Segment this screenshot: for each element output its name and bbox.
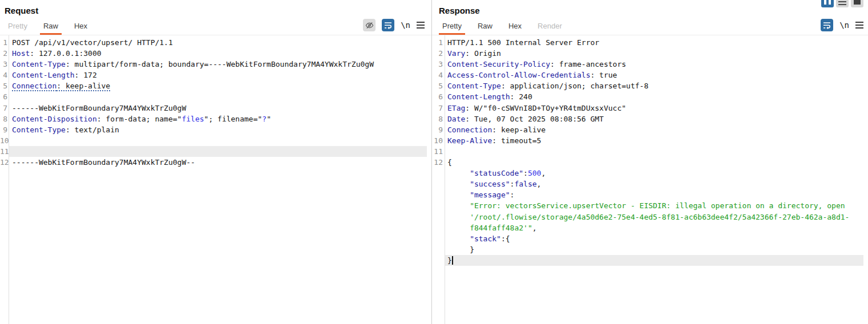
editor-line[interactable]: Content-Length: 172 (9, 70, 427, 80)
editor-line[interactable]: f844faff48a2'", (445, 222, 863, 233)
request-header: Request PrettyRawHex (0, 0, 431, 35)
response-panel: Response PrettyRawHexRender (432, 0, 868, 324)
tab-raw[interactable]: Raw (40, 21, 62, 35)
show-nonprintable-toggle[interactable]: \n (401, 21, 410, 30)
editor-line[interactable] (445, 146, 863, 157)
editor-line[interactable] (9, 91, 427, 102)
editor-line[interactable] (9, 135, 427, 146)
eye-slash-icon (365, 21, 374, 30)
hide-nonprintable-button[interactable] (363, 19, 376, 31)
line-number: 9 (0, 124, 7, 135)
editor-line[interactable]: HTTP/1.1 500 Internal Server Error (445, 37, 863, 48)
tab-pretty[interactable]: Pretty (5, 21, 31, 35)
panel-icon[interactable] (851, 0, 863, 7)
editor-line[interactable]: '/root/.flowise/storage/4a50d6e2-75e4-4e… (445, 212, 863, 222)
soft-wrap-toggle-button[interactable] (382, 19, 394, 31)
editor-line[interactable]: "success":false, (445, 179, 863, 189)
soft-wrap-toggle-button[interactable] (821, 19, 833, 31)
soft-wrap-icon (384, 21, 392, 29)
request-editor[interactable]: 123456789101112 POST /api/v1/vector/upse… (0, 35, 431, 324)
editor-line[interactable]: } (445, 244, 863, 255)
line-number: 1 (0, 37, 7, 48)
show-nonprintable-toggle[interactable]: \n (839, 21, 849, 30)
tab-pretty[interactable]: Pretty (439, 21, 465, 35)
editor-line[interactable]: Connection: keep-alive (445, 124, 863, 135)
tab-raw[interactable]: Raw (474, 21, 496, 35)
editor-line[interactable]: Content-Length: 240 (445, 91, 863, 102)
response-editor-menu-button[interactable] (855, 22, 863, 29)
editor-line[interactable]: POST /api/v1/vector/upsert/ HTTP/1.1 (9, 37, 427, 48)
editor-line[interactable]: Content-Type: text/plain (9, 124, 427, 135)
request-toolbar: \n (363, 19, 425, 35)
editor-line[interactable]: ------WebKitFormBoundary7MA4YWxkTrZu0gW (9, 103, 427, 114)
response-header: Response PrettyRawHexRender (432, 0, 868, 35)
editor-line[interactable]: "stack":{ (445, 233, 863, 244)
response-code-area[interactable]: HTTP/1.1 500 Internal Server ErrorVary: … (445, 35, 868, 324)
editor-line[interactable]: Content-Type: multipart/form-data; bound… (9, 59, 427, 70)
editor-line[interactable]: Content-Type: application/json; charset=… (445, 80, 863, 91)
editor-line[interactable]: Keep-Alive: timeout=5 (445, 135, 863, 146)
request-code-area[interactable]: POST /api/v1/vector/upsert/ HTTP/1.1Host… (9, 35, 431, 324)
line-number: 11 (0, 146, 7, 157)
request-panel-title: Request (5, 6, 431, 15)
editor-line[interactable]: "statusCode":500, (445, 168, 863, 179)
response-tabbar: PrettyRawHexRender \n (432, 19, 868, 35)
window-controls (821, 0, 863, 7)
request-panel: Request PrettyRawHex (0, 0, 432, 324)
line-number: 5 (0, 80, 7, 91)
tab-hex[interactable]: Hex (505, 21, 525, 35)
line-number: 7 (0, 103, 7, 114)
editor-line[interactable]: Host: 127.0.0.1:3000 (9, 48, 427, 59)
editor-line[interactable]: { (445, 157, 863, 168)
request-line-number-gutter: 123456789101112 (0, 35, 9, 324)
line-number: 10 (0, 135, 7, 146)
editor-line[interactable]: "message": (445, 189, 863, 200)
editor-line[interactable]: Content-Security-Policy: frame-ancestors (445, 59, 863, 70)
editor-line[interactable]: Vary: Origin (445, 48, 863, 59)
tab-hex[interactable]: Hex (71, 21, 91, 35)
line-number: 8 (0, 114, 7, 124)
pause-icon[interactable] (821, 0, 834, 7)
editor-line[interactable]: ------WebKitFormBoundary7MA4YWxkTrZu0gW-… (9, 157, 427, 168)
editor-line[interactable]: Connection: keep-alive (9, 80, 427, 91)
response-panel-title: Response (439, 6, 868, 15)
response-editor[interactable]: 123456789101112 HTTP/1.1 500 Internal Se… (432, 35, 868, 324)
panel-splitter[interactable] (431, 0, 434, 324)
line-number: 3 (0, 59, 7, 70)
response-toolbar: \n (821, 19, 863, 35)
line-number: 2 (0, 48, 7, 59)
editor-line[interactable]: Content-Disposition: form-data; name="fi… (9, 114, 427, 124)
request-tabbar: PrettyRawHex (0, 19, 431, 35)
editor-line[interactable]: "Error: vectorsService.upsertVector - EI… (445, 200, 863, 211)
line-number: 4 (0, 70, 7, 80)
editor-line[interactable] (9, 146, 427, 157)
tab-render[interactable]: Render (534, 21, 566, 35)
request-editor-menu-button[interactable] (417, 22, 425, 29)
text-cursor (452, 256, 453, 265)
editor-line[interactable]: ETag: W/"f0-cSWVnI8D+TOy+YR4tmDUxsxVucc" (445, 103, 863, 114)
line-number: 6 (0, 91, 7, 102)
editor-line[interactable]: Date: Tue, 07 Oct 2025 08:08:56 GMT (445, 114, 863, 124)
line-number: 12 (0, 157, 7, 168)
editor-line[interactable]: Access-Control-Allow-Credentials: true (445, 70, 863, 80)
editor-line[interactable]: } (445, 255, 863, 266)
soft-wrap-icon (823, 21, 831, 29)
menu-icon[interactable] (836, 0, 849, 7)
